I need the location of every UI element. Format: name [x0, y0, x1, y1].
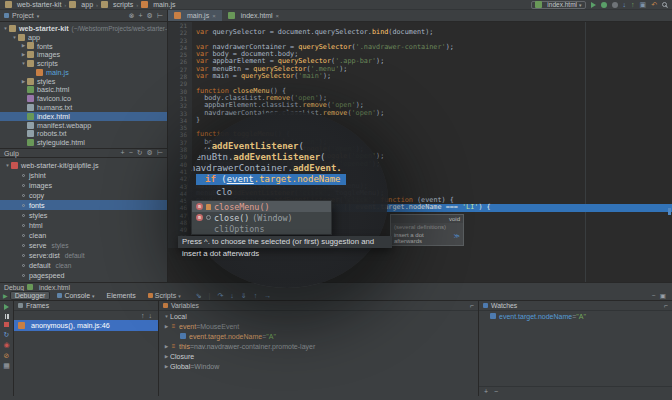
variable-row-event.target.nodeName[interactable]: event.target.nodeName = "A": [479, 311, 672, 321]
gulp-task-serve:dist[interactable]: serve:distdefault: [0, 250, 167, 260]
gulp-task-html[interactable]: html: [0, 220, 167, 230]
tree-item-favicon.ico[interactable]: favicon.ico: [0, 94, 167, 103]
close-icon[interactable]: ×: [276, 13, 280, 19]
tree-item-fonts[interactable]: ▶fonts: [0, 42, 167, 51]
gulp-task-fonts[interactable]: fonts: [0, 200, 167, 210]
settings-icon[interactable]: ⚙: [147, 149, 153, 157]
collapse-icon[interactable]: ⌐: [470, 302, 474, 309]
vcs-commit-icon[interactable]: ↑: [631, 1, 635, 9]
debug-tab-debugger[interactable]: Debugger: [10, 291, 51, 300]
hide-icon[interactable]: ⊢: [157, 149, 163, 157]
gulp-task-default[interactable]: defaultclean: [0, 260, 167, 270]
close-icon[interactable]: ×: [212, 13, 216, 19]
gulp-panel-header[interactable]: Gulp +−↻⚙⊢: [0, 148, 167, 158]
completion-item-cliOptions[interactable]: cliOptions: [192, 223, 331, 234]
add-watch-icon[interactable]: +: [484, 388, 488, 395]
tree-item-styleguide.html[interactable]: styleguide.html: [0, 138, 167, 147]
step-over-icon[interactable]: ↷: [217, 292, 223, 300]
run-to-cursor-icon[interactable]: →: [264, 292, 271, 300]
tree-item-humans.txt[interactable]: humans.txt: [0, 103, 167, 112]
variable-row-Local[interactable]: ▼Local: [159, 311, 478, 321]
gulp-task-pagespeed[interactable]: pagespeed: [0, 270, 167, 280]
restore-layout-icon[interactable]: ▦: [3, 362, 10, 369]
scrollbar-marker[interactable]: [668, 208, 671, 215]
gulp-task-copy[interactable]: copy: [0, 190, 167, 200]
hide-icon[interactable]: ⊢: [157, 12, 163, 20]
gulp-task-jshint[interactable]: jshint: [0, 170, 167, 180]
pause-icon[interactable]: [5, 314, 9, 319]
gulp-task-styles[interactable]: styles: [0, 210, 167, 220]
tree-item-basic.html[interactable]: basic.html: [0, 86, 167, 95]
debug-tab-elements[interactable]: Elements: [102, 291, 141, 300]
project-panel-header[interactable]: Project ▾ ⊗+⚙⊢: [0, 10, 168, 21]
doc-definitions-link[interactable]: (several definitions): [391, 223, 463, 231]
debug-panel-header[interactable]: Debug index.html: [0, 282, 672, 291]
completion-item-close()[interactable]: mclose() (Window): [192, 212, 331, 223]
breadcrumb-item[interactable]: app: [69, 1, 93, 8]
coverage-icon[interactable]: [612, 2, 618, 8]
gulp-task-images[interactable]: images: [0, 180, 167, 190]
show-execution-point-icon[interactable]: ⇘: [196, 292, 202, 300]
resume-icon[interactable]: [4, 304, 9, 310]
breadcrumb-item[interactable]: web-starter-kit: [5, 1, 61, 8]
step-out-icon[interactable]: ↑: [254, 292, 258, 300]
step-into-icon[interactable]: ↓: [230, 292, 234, 300]
frame-row[interactable]: anonymous(), main.js:46: [14, 320, 158, 331]
editor-tab-main.js[interactable]: main.js×: [168, 10, 222, 21]
gulp-task-serve[interactable]: servestyles: [0, 240, 167, 250]
changes-icon[interactable]: ▣: [640, 1, 647, 9]
refresh-icon[interactable]: ↻: [137, 149, 143, 157]
webstorm-window: web-starter-kit›app›scripts›main.js inde…: [0, 0, 672, 400]
view-breakpoints-icon[interactable]: ◉: [3, 341, 9, 348]
force-step-into-icon[interactable]: ⇓: [241, 292, 247, 300]
tree-item-images[interactable]: ▶images: [0, 50, 167, 59]
frame-down-icon[interactable]: ↓: [149, 312, 153, 319]
minimize-icon[interactable]: −: [652, 292, 656, 300]
completion-item-closeMenu()[interactable]: mcloseMenu(): [192, 201, 331, 212]
tree-item-scripts[interactable]: ▼scripts: [0, 59, 167, 68]
remove-icon[interactable]: −: [129, 149, 133, 157]
variable-row-event[interactable]: ▶≡event = MouseEvent: [159, 321, 478, 331]
tree-item-index.html[interactable]: index.html: [0, 112, 167, 121]
tree-item-robots.txt[interactable]: robots.txt: [0, 130, 167, 139]
variable-row-event.target.nodeName[interactable]: event.target.nodeName = "A": [159, 331, 478, 341]
gulp-root[interactable]: ▼web-starter-kit/gulpfile.js: [0, 160, 167, 170]
remove-watch-icon[interactable]: −: [494, 388, 498, 395]
project-tree[interactable]: ▼web-starter-kit(~/WebstormProjects/web-…: [0, 22, 167, 148]
add-icon[interactable]: +: [121, 149, 125, 157]
collapse-icon[interactable]: ⌐: [664, 302, 668, 309]
add-icon[interactable]: +: [139, 12, 143, 20]
mute-breakpoints-icon[interactable]: ⊘: [4, 352, 10, 359]
tree-item-app[interactable]: ▼app: [0, 33, 167, 42]
stop-icon[interactable]: [4, 322, 9, 327]
gulp-task-list[interactable]: ▼web-starter-kit/gulpfile.jsjshintimages…: [0, 158, 167, 282]
variable-row-Closure[interactable]: ▶Closure: [159, 351, 478, 361]
run-icon[interactable]: [591, 2, 596, 8]
lock-icon: [206, 204, 211, 210]
close-icon[interactable]: ⊗: [129, 12, 135, 20]
debug-tab-console[interactable]: Console▾: [52, 291, 99, 300]
rerun-icon[interactable]: ↻: [4, 331, 10, 338]
gulp-task-clean[interactable]: clean: [0, 230, 167, 240]
doc-more-link[interactable]: ≫: [454, 232, 460, 244]
back-icon[interactable]: ↶: [651, 1, 657, 9]
restore-icon[interactable]: ▣: [660, 292, 666, 300]
variable-row-this[interactable]: ▶≡this = nav.navdrawer-container.promote…: [159, 341, 478, 351]
tree-item-manifest.webapp[interactable]: manifest.webapp: [0, 121, 167, 130]
tree-item-main.js[interactable]: main.js: [0, 68, 167, 77]
debug-tab-scripts[interactable]: Scripts▾: [143, 291, 186, 300]
search-icon[interactable]: [662, 2, 667, 7]
editor-tab-index.html[interactable]: index.html×: [222, 10, 285, 21]
settings-icon[interactable]: ⚙: [147, 12, 153, 20]
run-config-select[interactable]: index.html ▾: [531, 1, 585, 9]
frame-up-icon[interactable]: ↑: [141, 312, 145, 319]
vcs-update-icon[interactable]: ↓: [623, 1, 627, 9]
tree-item-styles[interactable]: ▶styles: [0, 77, 167, 86]
debug-icon[interactable]: [601, 2, 607, 8]
breadcrumb-item[interactable]: main.js: [141, 1, 175, 8]
js-frame-icon: [18, 322, 25, 329]
tree-item-web-starter-kit[interactable]: ▼web-starter-kit(~/WebstormProjects/web-…: [0, 24, 167, 33]
variable-row-Global[interactable]: ▶Global = Window: [159, 361, 478, 371]
breadcrumb-item[interactable]: scripts: [101, 1, 133, 8]
chevron-down-icon[interactable]: ▾: [37, 13, 40, 19]
